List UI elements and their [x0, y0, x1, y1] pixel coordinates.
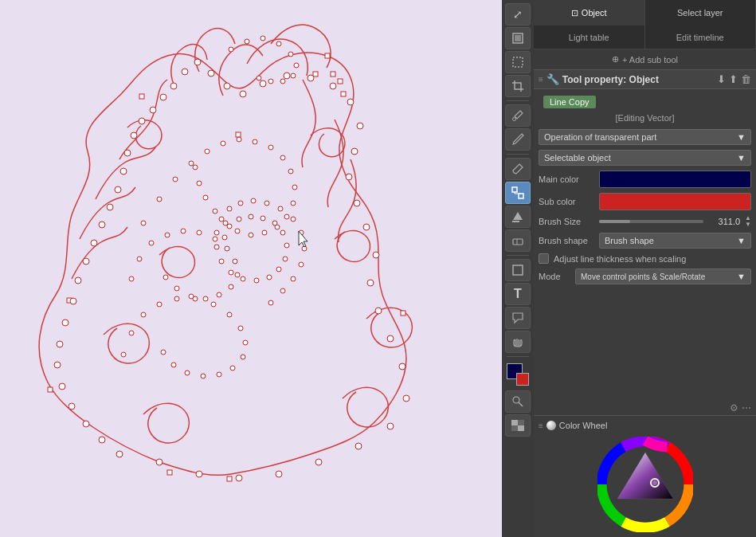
operation-section: Operation of transparent part ▼ Selectab…	[534, 126, 756, 292]
svg-point-78	[262, 230, 267, 235]
line-copy-badge: Line Copy	[543, 96, 596, 108]
svg-point-155	[249, 214, 253, 219]
svg-rect-12	[48, 387, 53, 392]
svg-point-101	[163, 275, 168, 280]
color-swatches[interactable]	[507, 363, 529, 386]
color-wheel-svg[interactable]	[597, 437, 693, 532]
sub-color-label: Sub color	[539, 197, 594, 206]
spin-down[interactable]: ▼	[745, 221, 751, 228]
tool-zoom[interactable]	[505, 390, 531, 413]
adjust-line-checkbox[interactable]	[539, 253, 549, 264]
svg-point-25	[367, 280, 374, 286]
svg-point-108	[211, 302, 216, 307]
svg-point-93	[225, 246, 229, 251]
brush-size-row: Brush Size 311.0 ▲ ▼	[539, 215, 751, 228]
svg-point-22	[399, 363, 405, 370]
svg-point-21	[403, 395, 409, 402]
selectable-object-dropdown[interactable]: Selectable object ▼	[539, 150, 751, 166]
tab-edit-timeline[interactable]: Edit timeline	[645, 25, 757, 49]
svg-rect-6	[401, 311, 405, 316]
operation-row: Operation of transparent part ▼	[539, 129, 751, 145]
svg-point-28	[354, 200, 360, 206]
sub-color-swatch[interactable]	[516, 373, 529, 386]
adjust-line-label: Adjust line thickness when scaling	[554, 254, 686, 264]
tool-hand[interactable]	[505, 331, 531, 353]
tool-object[interactable]	[505, 182, 531, 204]
svg-rect-3	[338, 79, 343, 84]
tab-select-layer[interactable]: Select layer	[645, 0, 757, 25]
settings-icon[interactable]: ⚙	[730, 402, 738, 414]
svg-point-92	[213, 237, 217, 241]
tp-delete-icon[interactable]: 🗑	[741, 73, 751, 85]
operation-chevron: ▼	[737, 132, 746, 142]
svg-rect-2	[331, 72, 335, 76]
svg-rect-173	[511, 420, 518, 425]
svg-point-152	[280, 230, 285, 235]
operation-dropdown[interactable]: Operation of transparent part ▼	[539, 129, 751, 145]
tab-object[interactable]: ⊡ Object	[534, 0, 645, 25]
svg-point-53	[83, 258, 89, 265]
tab-edit-timeline-label: Edit timeline	[676, 33, 724, 42]
svg-point-139	[238, 201, 243, 206]
tab-light-table[interactable]: Light table	[534, 25, 645, 49]
brush-size-spin[interactable]: ▲ ▼	[745, 215, 751, 228]
svg-point-70	[253, 139, 257, 144]
tool-selection-marquee[interactable]	[505, 51, 531, 73]
svg-point-63	[141, 221, 146, 225]
svg-point-102	[121, 352, 126, 357]
tool-speech-bubble[interactable]	[505, 307, 531, 329]
tp-save-icon[interactable]: ⬇	[717, 73, 726, 85]
svg-point-43	[160, 94, 166, 100]
canvas-area	[0, 0, 502, 537]
brush-shape-dropdown[interactable]: Brush shape ▼	[599, 233, 751, 249]
panel-collapse-icon[interactable]: ≡	[539, 75, 543, 84]
brush-size-slider[interactable]	[599, 220, 703, 223]
tool-property-panel: ≡ 🔧 Tool property: Object ⬇ ⬆ 🗑 Line Cop…	[534, 70, 756, 537]
tool-brush[interactable]	[505, 158, 531, 180]
svg-point-149	[276, 267, 281, 272]
tool-move[interactable]: ⤢	[505, 3, 531, 25]
svg-point-87	[137, 257, 142, 261]
svg-point-151	[284, 243, 289, 248]
svg-point-82	[213, 209, 217, 214]
svg-point-18	[315, 459, 322, 465]
sep-4	[507, 356, 529, 357]
add-sub-tool-button[interactable]: ⊕ + Add sub tool	[612, 54, 678, 65]
tool-text[interactable]: T	[505, 283, 531, 305]
svg-point-135	[291, 217, 296, 221]
sub-color-row: Sub color	[539, 193, 751, 210]
svg-point-171	[513, 397, 519, 403]
main-color-swatch[interactable]	[599, 171, 751, 188]
panel-collapse-icon-2[interactable]: ≡	[539, 421, 543, 430]
color-wheel-container[interactable]	[539, 437, 751, 532]
sub-color-swatch[interactable]	[599, 193, 751, 210]
tool-pen[interactable]	[505, 128, 531, 151]
svg-line-172	[519, 402, 523, 406]
tool-shape[interactable]	[505, 259, 531, 281]
tool-checker[interactable]	[505, 414, 531, 437]
tp-header: ≡ 🔧 Tool property: Object ⬇ ⬆ 🗑	[534, 70, 756, 89]
svg-point-75	[291, 201, 296, 206]
svg-marker-178	[617, 453, 673, 499]
panel-options-icon[interactable]: ⋯	[742, 402, 751, 414]
svg-point-124	[294, 63, 299, 68]
tab-object-label: Object	[582, 8, 607, 18]
mode-row: Mode Move control points & Scale/Rotate …	[539, 268, 751, 284]
svg-point-138	[251, 198, 256, 203]
tool-fill[interactable]	[505, 206, 531, 228]
svg-point-111	[243, 340, 248, 345]
main-color-row: Main color	[539, 171, 751, 188]
tool-eyedropper[interactable]	[505, 104, 531, 127]
mode-chevron: ▼	[737, 272, 746, 281]
svg-point-132	[299, 262, 304, 267]
svg-point-17	[276, 471, 282, 477]
tool-layer-select[interactable]	[505, 27, 531, 49]
svg-point-110	[238, 326, 243, 331]
tool-crop[interactable]	[505, 75, 531, 97]
tp-load-icon[interactable]: ⬆	[729, 73, 738, 85]
tool-eraser[interactable]	[505, 229, 531, 252]
svg-rect-174	[518, 425, 524, 431]
svg-point-115	[201, 374, 206, 378]
mode-dropdown[interactable]: Move control points & Scale/Rotate ▼	[575, 268, 751, 284]
svg-point-73	[288, 169, 293, 174]
